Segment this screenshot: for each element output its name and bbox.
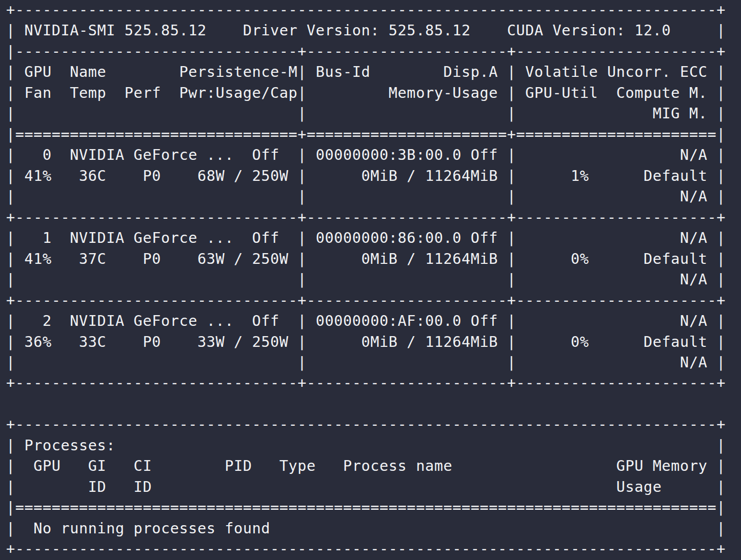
terminal-line: +---------------------------------------…	[6, 539, 741, 559]
terminal-line: | GPU Name Persistence-M| Bus-Id Disp.A …	[6, 62, 741, 82]
terminal-line: | 0 NVIDIA GeForce ... Off | 00000000:3B…	[6, 145, 741, 165]
terminal-line: | 36% 33C P0 33W / 250W | 0MiB / 11264Mi…	[6, 332, 741, 352]
terminal-line: |=======================================…	[6, 497, 741, 518]
terminal-line: | 41% 36C P0 68W / 250W | 0MiB / 11264Mi…	[6, 166, 741, 186]
terminal-line: | ID ID Usage |	[6, 477, 741, 497]
terminal-line: +-------------------------------+-------…	[6, 373, 741, 393]
terminal-line: |-------------------------------+-------…	[6, 42, 741, 62]
terminal-line: | No running processes found |	[6, 518, 741, 539]
terminal-line: | NVIDIA-SMI 525.85.12 Driver Version: 5…	[6, 20, 741, 41]
terminal-line: | 41% 37C P0 63W / 250W | 0MiB / 11264Mi…	[6, 249, 741, 269]
terminal-line: | 2 NVIDIA GeForce ... Off | 00000000:AF…	[6, 311, 741, 331]
terminal-line: | | | N/A |	[6, 352, 741, 373]
terminal-line: | Processes: |	[6, 435, 741, 456]
terminal-line: | | | N/A |	[6, 186, 741, 207]
terminal-line: | GPU GI CI PID Type Process name GPU Me…	[6, 456, 741, 476]
terminal-line: +---------------------------------------…	[6, 0, 741, 20]
terminal-line	[6, 394, 741, 414]
terminal-line: | | | N/A |	[6, 269, 741, 290]
terminal-line: +---------------------------------------…	[6, 414, 741, 435]
terminal-line: |===============================+=======…	[6, 125, 741, 145]
terminal-line: +-------------------------------+-------…	[6, 291, 741, 311]
terminal-screen[interactable]: +---------------------------------------…	[0, 0, 741, 560]
terminal-line: +-------------------------------+-------…	[6, 208, 741, 228]
terminal-line: | | | MIG M. |	[6, 103, 741, 124]
terminal-line: | 1 NVIDIA GeForce ... Off | 00000000:86…	[6, 228, 741, 248]
terminal-line: | Fan Temp Perf Pwr:Usage/Cap| Memory-Us…	[6, 83, 741, 103]
